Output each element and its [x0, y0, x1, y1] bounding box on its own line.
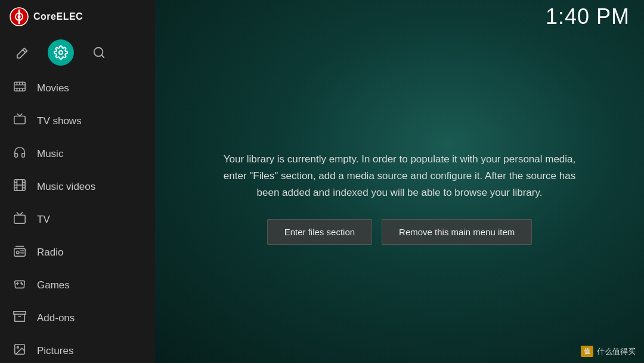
- sidebar-item-pictures[interactable]: Pictures: [0, 334, 155, 363]
- sidebar-item-music[interactable]: Music: [0, 137, 155, 170]
- action-buttons: Enter files section Remove this main men…: [221, 219, 578, 245]
- sidebar-item-tv[interactable]: TV: [0, 203, 155, 236]
- svg-rect-29: [14, 248, 25, 256]
- svg-line-7: [101, 55, 104, 57]
- tv-label: TV: [37, 214, 50, 226]
- games-icon: [12, 277, 27, 293]
- music-videos-label: Music videos: [37, 181, 95, 193]
- svg-point-5: [59, 51, 63, 54]
- logo-area: CoreELEC: [0, 0, 155, 33]
- music-icon: [12, 146, 27, 162]
- add-ons-label: Add-ons: [37, 312, 75, 324]
- svg-rect-17: [14, 116, 25, 124]
- enter-files-section-button[interactable]: Enter files section: [267, 219, 372, 245]
- sidebar-item-add-ons[interactable]: Add-ons: [0, 302, 155, 334]
- radio-label: Radio: [37, 247, 63, 259]
- shortcuts-icon-btn[interactable]: [10, 39, 36, 66]
- clock: 1:40 PM: [546, 4, 630, 29]
- music-label: Music: [37, 148, 63, 160]
- pictures-label: Pictures: [37, 345, 73, 357]
- svg-rect-37: [14, 312, 26, 315]
- search-icon-btn[interactable]: [86, 39, 112, 66]
- logo-icon: [10, 7, 29, 26]
- nav-icons-bar: [0, 33, 155, 72]
- movies-label: Movies: [37, 82, 69, 94]
- add-ons-icon: [12, 310, 27, 326]
- watermark-badge: 值: [581, 346, 593, 357]
- empty-library-message: Your library is currently empty. In orde…: [221, 151, 578, 201]
- sidebar-menu: Movies TV shows Music: [0, 72, 155, 363]
- music-videos-icon: [12, 179, 27, 195]
- games-label: Games: [37, 279, 70, 291]
- radio-icon: [12, 244, 27, 260]
- svg-point-36: [22, 284, 23, 284]
- sidebar-item-music-videos[interactable]: Music videos: [0, 170, 155, 203]
- watermark: 值 什么值得买: [581, 346, 636, 357]
- svg-point-30: [17, 251, 20, 254]
- sidebar-item-games[interactable]: Games: [0, 269, 155, 302]
- settings-icon-btn[interactable]: [48, 39, 74, 66]
- main-content-area: Your library is currently empty. In orde…: [155, 33, 644, 363]
- svg-rect-28: [14, 215, 25, 223]
- sidebar-item-tv-shows[interactable]: TV shows: [0, 104, 155, 137]
- pictures-icon: [12, 343, 27, 359]
- sidebar-item-radio[interactable]: Radio: [0, 236, 155, 269]
- movies-icon: [12, 80, 27, 96]
- tv-icon: [12, 211, 27, 227]
- watermark-label: 什么值得买: [597, 346, 636, 357]
- tv-shows-icon: [12, 113, 27, 129]
- svg-point-35: [21, 282, 21, 283]
- remove-main-menu-item-button[interactable]: Remove this main menu item: [382, 219, 532, 245]
- svg-line-4: [23, 50, 26, 53]
- logo-text: CoreELEC: [33, 11, 83, 22]
- sidebar-item-movies[interactable]: Movies: [0, 72, 155, 104]
- header-clock-area: 1:40 PM: [155, 0, 644, 33]
- svg-point-3: [18, 15, 21, 18]
- svg-point-40: [17, 346, 18, 348]
- tv-shows-label: TV shows: [37, 115, 82, 127]
- empty-library-box: Your library is currently empty. In orde…: [209, 139, 590, 257]
